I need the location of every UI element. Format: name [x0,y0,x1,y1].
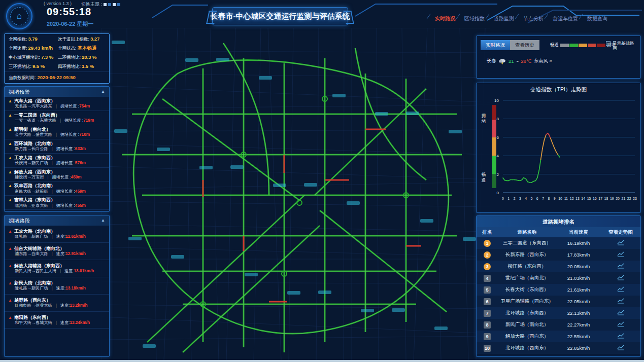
theme-swatch-icon[interactable] [113,3,116,6]
stat-cell: 全网指数:3.79 [9,37,56,42]
list-item[interactable]: ▲南阳路（东向西）和平大街→春城大街｜速度:13.24km/h [5,312,109,329]
table-row[interactable]: 7北环城路（东向西）22.13km/h [477,307,640,319]
list-item[interactable]: ▲双丰西路（北向南）富民大街→站前街｜拥堵长度 :459m [5,182,109,196]
list-item[interactable]: ▲工农大路（北向南）隆礼路→新民广场｜速度:12.61km/h [5,226,109,243]
list-item[interactable]: ▲西环城路（北向南）新月路→长白公路｜拥堵长度 :633m [5,139,109,154]
nav-item-2[interactable]: 区域指数 [464,15,485,22]
trend-chart-icon[interactable] [617,275,625,281]
home-logo[interactable]: ⌂ [6,3,32,29]
y-label-smooth: 通 [482,177,486,183]
table-row[interactable]: 9解放大路（西向东）22.59km/h [477,331,640,342]
table-row[interactable]: 5长春大街（东向西）21.61km/h [477,284,640,296]
list-item[interactable]: ▲新明街（南向北）金宇大路→盛世大路｜拥堵长度 :710m [5,125,109,139]
segment-text: 富民大街→站前街 [15,189,48,194]
collapse-caret-icon[interactable]: ▲ [101,215,105,226]
warning-triangle-icon: ▲ [8,184,12,188]
temp-high: 28℃ [521,58,531,64]
bottom-scrollbar[interactable] [0,360,644,362]
list-item[interactable]: ▲吉林大路（东向西）临河街→亚泰大街｜拥堵长度 :455m [5,196,109,210]
separator: ｜ [54,320,58,325]
separator: ｜ [58,118,62,123]
svg-text:20: 20 [616,197,620,200]
list-item[interactable]: ▲汽车大路（西向东）无名路→汽车大路东｜拥堵长度 :754m [5,97,109,111]
ranking-title: 道路拥堵排名 [477,216,640,227]
nav-item-5[interactable]: 营运车位置 [553,15,578,22]
show-base-network-checkbox[interactable]: 显示基础路网 [606,41,637,51]
table-row[interactable]: 8新民广场（南向北）22.27km/h [477,319,640,331]
metric-label: 速度: [64,269,74,273]
main-nav: 实时路况区域指数道路监测节点分析营运车位置数据查询 [435,15,607,22]
trend-chart-icon[interactable] [617,310,625,316]
metric-label: 拥堵长度 : [56,203,75,208]
list-item[interactable]: ▲越野路（西向东）红领巾路→创业大街｜速度:13.2km/h [5,295,109,312]
legend-color-block [569,44,578,47]
wind-link[interactable]: 东南风 » [533,58,552,64]
list-item[interactable]: ▲新民大街（北向南）隆礼路→新民广场｜速度:13.18km/h [5,277,109,295]
checkbox-icon[interactable] [606,41,611,46]
storm-cloud-icon [498,58,506,64]
svg-text:6: 6 [536,197,538,200]
svg-text:2: 2 [497,172,499,177]
current-date: 2020-06-22 星期一 [47,20,93,28]
table-row[interactable]: 3柳江路（东向西）20.08km/h [477,261,640,272]
list-item-road: ▲新明街（南向北） [8,127,106,132]
svg-text:16: 16 [593,197,597,200]
table-row[interactable]: 2长新东路（西向东）17.83km/h [477,249,640,261]
collapse-caret-icon[interactable]: ▲ [101,87,105,97]
nav-item-6[interactable]: 数据查询 [587,15,607,22]
road-name: 解放大路（西向东） [14,169,55,174]
list-item[interactable]: ▲解放大路辅路（东向西）新民大街→西民主大街｜速度:13.01km/h [5,260,109,277]
warning-triangle-icon: ▲ [8,113,12,118]
nav-item-3[interactable]: 道路监测 [494,15,514,22]
list-item[interactable]: ▲仙台大街辅路（南向北）浦东路→自由大路｜速度:12.91km/h [5,243,109,260]
list-item[interactable]: ▲解放大路（西向东）建设街→万宝街｜拥堵长度 :459m [5,168,109,182]
trend-cell [601,251,640,258]
stat-cell: 三环拥堵比:9.5 % [9,64,56,69]
table-row[interactable]: 1三零二国道（东向西）16.19km/h [477,237,640,249]
nav-item-1[interactable]: 实时路况 [435,15,455,22]
speed-cell: 20.08km/h [556,264,601,269]
metric-value: 13.01km/h [74,269,94,273]
trend-chart-icon[interactable] [617,251,625,258]
trend-chart-icon[interactable] [617,345,625,351]
road-name: 新民大街（北向南） [14,280,55,285]
nav-separator-icon [515,14,519,19]
segment-text: 新月路→长白公路 [15,147,48,151]
trend-chart-icon[interactable] [617,240,625,246]
svg-text:0: 0 [502,197,504,200]
segment-text: 隆礼路→新民广场 [15,286,48,291]
list-item[interactable]: ▲南湖大路（东向西）南湖新村中街→南湖广场｜拥堵长度 :438m [5,210,109,211]
temp-low: 21 [509,58,514,64]
stat-cell: 中心城区拥堵比:7.3 % [9,55,56,60]
table-row[interactable]: 4世纪广场（南向北）21.03km/h [477,272,640,284]
nav-item-4[interactable]: 节点分析 [523,15,544,22]
list-item[interactable]: ▲一零二国道（东向西）一零一省道→东荣大路｜拥堵长度 :719m [5,111,109,125]
stat-label: 三环拥堵比: [9,64,31,69]
table-row[interactable]: 6卫星广场辅路（西向东）22.05km/h [477,296,640,307]
speed-cell: 21.03km/h [556,275,601,281]
road-name-cell: 长春大街（东向西） [498,286,556,293]
trend-chart-icon[interactable] [617,321,625,328]
stat-label: 四环拥堵比: [58,64,81,69]
theme-swatch-icon[interactable] [117,3,120,6]
metric-value: 633m [75,147,86,151]
trend-chart-icon[interactable] [617,333,625,340]
trend-cell [601,286,640,293]
table-row[interactable]: 10北环城路（西向东）22.85km/h [477,342,640,354]
tpi-chart-panel: 交通指数（TPI）走势图 024681001234567891011121314… [476,83,641,213]
theme-swatch-icon[interactable] [108,3,111,6]
speed-cell: 22.27km/h [556,322,601,328]
tab-realtime[interactable]: 实时路况 [481,40,510,50]
theme-swatch-icon[interactable] [104,3,107,6]
warning-triangle-icon: ▲ [8,246,12,251]
stat-label: 二环拥堵比: [58,55,81,60]
trend-chart-icon[interactable] [617,298,625,305]
trend-chart-icon[interactable] [617,286,625,293]
metric-value: 13.24km/h [70,320,90,325]
tab-history[interactable]: 查看历史 [510,40,539,50]
svg-text:23: 23 [633,197,637,200]
list-item[interactable]: ▲工农大路（东向西）长庆街→新民广场｜拥堵长度 :576m [5,154,109,168]
trend-chart-icon[interactable] [617,263,625,270]
city-traffic-map[interactable] [101,28,490,360]
road-name: 解放大路辅路（东向西） [14,263,64,268]
